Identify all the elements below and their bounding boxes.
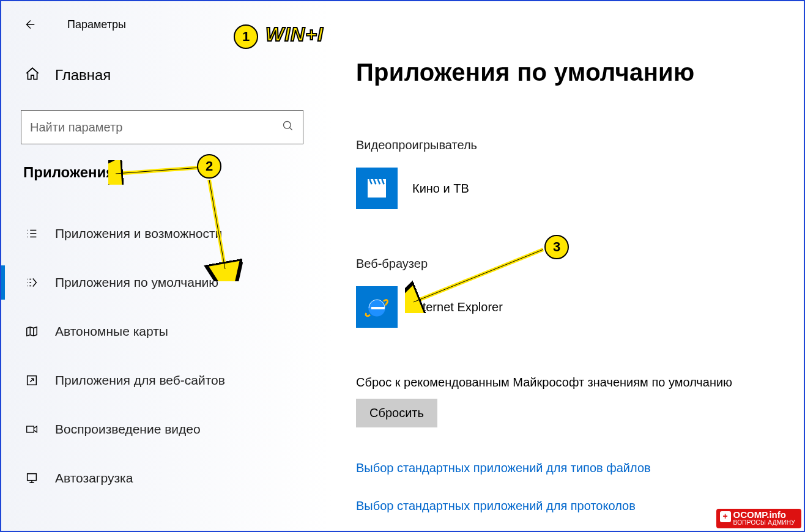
annotation-callout-3: 3: [544, 235, 569, 259]
sidebar-item-offline-maps[interactable]: Автономные карты: [1, 307, 332, 356]
svg-line-10: [209, 180, 225, 269]
sidebar-item-label: Приложения и возможности: [55, 226, 222, 241]
left-pane: Параметры Главная Приложения: [1, 1, 332, 531]
movies-tv-icon: [356, 168, 398, 209]
video-icon: [23, 423, 40, 435]
svg-line-8: [116, 168, 200, 174]
watermark: OCOMP.info ВОПРОСЫ АДМИНУ: [716, 509, 801, 528]
watermark-subtitle: ВОПРОСЫ АДМИНУ: [733, 520, 795, 526]
sidebar-item-label: Приложения по умолчанию: [55, 275, 218, 290]
map-icon: [23, 325, 40, 338]
defaults-icon: [23, 276, 40, 289]
ie-icon: [356, 286, 398, 328]
annotation-arrow-2a: [108, 160, 206, 185]
sidebar-section-title: Приложения: [23, 164, 114, 181]
sidebar-item-label: Воспроизведение видео: [55, 422, 201, 437]
search-icon: [282, 120, 294, 135]
sidebar-item-video-playback[interactable]: Воспроизведение видео: [1, 405, 332, 454]
arrow-left-icon: [23, 18, 36, 31]
sidebar-item-startup[interactable]: Автозагрузка: [1, 454, 332, 503]
sidebar-item-apps-features[interactable]: Приложения и возможности: [1, 209, 332, 258]
settings-window: Параметры Главная Приложения: [0, 0, 805, 532]
svg-point-0: [284, 122, 291, 129]
annotation-hotkey: WIN+I: [265, 23, 324, 46]
back-button[interactable]: [20, 15, 39, 34]
annotation-arrow-3: [405, 246, 552, 313]
default-video-app[interactable]: Кино и ТВ: [356, 168, 469, 209]
sidebar-item-label: Автозагрузка: [55, 471, 133, 486]
reset-description: Сброс к рекомендованным Майкрософт значе…: [356, 375, 732, 390]
sidebar-home[interactable]: Главная: [24, 66, 111, 84]
default-video-app-name: Кино и ТВ: [412, 182, 469, 196]
sidebar-item-label: Автономные карты: [55, 324, 168, 339]
annotation-callout-2: 2: [197, 154, 221, 179]
page-title: Приложения по умолчанию: [356, 59, 694, 86]
window-header: Параметры: [20, 15, 126, 34]
link-protocols[interactable]: Выбор стандартных приложений для протоко…: [356, 499, 636, 513]
reset-button[interactable]: Сбросить: [356, 399, 437, 427]
sidebar-nav: Приложения и возможности Приложения по у…: [1, 209, 332, 503]
annotation-arrow-2b: [203, 177, 252, 281]
content-pane: Приложения по умолчанию Видеопроигрывате…: [332, 1, 804, 531]
home-icon: [24, 66, 40, 84]
svg-rect-3: [28, 474, 37, 481]
svg-rect-2: [27, 426, 34, 432]
search-input[interactable]: [30, 120, 282, 135]
startup-icon: [23, 471, 40, 485]
sidebar-item-label: Приложения для веб-сайтов: [55, 373, 225, 388]
open-icon: [23, 374, 40, 387]
search-box[interactable]: [21, 110, 303, 144]
window-title: Параметры: [67, 18, 126, 31]
svg-rect-4: [368, 183, 386, 198]
video-player-heading: Видеопроигрыватель: [356, 138, 477, 152]
svg-line-12: [414, 249, 543, 302]
link-filetypes[interactable]: Выбор стандартных приложений для типов ф…: [356, 461, 651, 475]
watermark-title: OCOMP.info: [733, 509, 786, 520]
list-icon: [23, 227, 40, 240]
annotation-callout-1: 1: [234, 24, 258, 49]
sidebar-item-default-apps[interactable]: Приложения по умолчанию: [1, 258, 332, 307]
sidebar-home-label: Главная: [55, 67, 111, 84]
sidebar-item-websites[interactable]: Приложения для веб-сайтов: [1, 356, 332, 405]
